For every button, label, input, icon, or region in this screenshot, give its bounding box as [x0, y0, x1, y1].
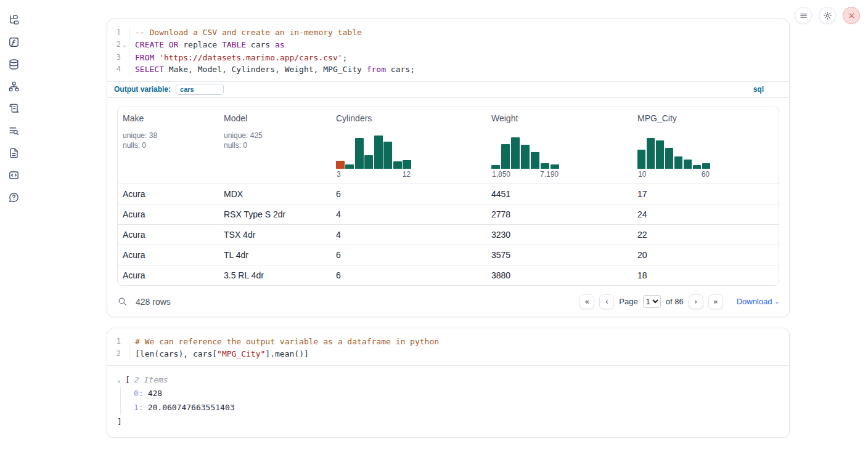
column-stat: unique: 425 — [224, 131, 331, 141]
table-row: AcuraTL 4dr6357520 — [118, 245, 779, 265]
column-name: Cylinders — [336, 113, 486, 123]
table-cell: 2778 — [486, 209, 633, 219]
dependency-graph-icon — [8, 81, 20, 92]
sidebar-item-scratchpad[interactable] — [7, 102, 20, 115]
code-token: ; — [343, 53, 348, 62]
table-cell: Acura — [118, 189, 219, 199]
table-cell: Acura — [118, 250, 219, 260]
histogram-bar — [336, 161, 345, 168]
download-button[interactable]: Download ⌄ — [737, 297, 779, 306]
last-page-button[interactable]: » — [708, 294, 723, 309]
code-token: ].mean()] — [265, 349, 308, 358]
column-stats: unique: 425nulls: 0 — [224, 131, 331, 151]
fold-spacer — [121, 336, 128, 348]
documentation-icon — [8, 147, 20, 159]
histogram-axis: 1060 — [637, 169, 710, 184]
code-line: 1# We can reference the output variable … — [107, 336, 789, 348]
settings-button[interactable] — [819, 7, 836, 24]
histogram-bar — [665, 148, 673, 169]
search-icon — [117, 296, 128, 307]
line-number: 2 — [107, 348, 121, 360]
output-variable-input[interactable] — [176, 84, 224, 95]
code-token: SELECT — [135, 65, 164, 74]
table-cell: 6 — [331, 270, 486, 280]
first-page-button[interactable]: « — [579, 294, 594, 309]
column-stat: nulls: 0 — [224, 140, 331, 151]
shutdown-button[interactable] — [843, 7, 860, 24]
code-token: [len(cars), cars[ — [135, 349, 217, 358]
histogram-bar — [647, 138, 655, 168]
fold-chevron-icon[interactable]: ⌄ — [121, 39, 128, 52]
item-index: 1: — [134, 403, 144, 412]
code-token: from — [367, 65, 386, 74]
settings-gear-icon — [823, 11, 832, 20]
close-bracket: ] — [117, 416, 778, 427]
table-cell: 22 — [633, 230, 779, 240]
code-token: 'https://datasets.marimo.app/cars.csv' — [159, 53, 342, 62]
list-tree-entries: 0:4281:20.060747663551403 — [120, 387, 778, 415]
code-text: CREATE OR replace TABLE cars as — [129, 39, 789, 52]
fold-spacer — [121, 52, 128, 64]
table-cell: RSX Type S 2dr — [219, 209, 331, 219]
python-code-editor[interactable]: 1# We can reference the output variable … — [107, 328, 789, 365]
line-number: 1 — [107, 336, 121, 348]
code-token: FROM — [135, 53, 154, 62]
menu-button[interactable] — [795, 7, 812, 24]
code-token: CREATE OR — [135, 40, 178, 49]
histogram-bar — [364, 155, 373, 168]
axis-max-label: 12 — [403, 170, 411, 179]
collapse-chevron-icon[interactable]: ⌄ — [117, 377, 125, 383]
code-token: cars — [246, 40, 275, 49]
histogram-bar — [403, 160, 411, 169]
topbar-controls — [795, 7, 860, 24]
histogram-bars — [637, 134, 710, 169]
sidebar-item-help[interactable] — [7, 191, 20, 203]
sidebar-item-functions[interactable] — [7, 36, 20, 48]
page-select[interactable]: 1 — [643, 295, 661, 308]
column-header: Weight1,8507,190 — [486, 113, 633, 184]
code-token: replace — [178, 40, 221, 49]
table-cell: Acura — [118, 230, 219, 240]
sidebar-item-dependency-graph[interactable] — [7, 80, 20, 92]
column-name: Model — [224, 113, 331, 123]
axis-min-label: 10 — [638, 170, 646, 179]
open-bracket: [ — [125, 375, 130, 384]
column-histogram: 312 — [336, 134, 486, 184]
sidebar-item-datasources[interactable] — [7, 58, 20, 70]
code-token — [154, 53, 159, 62]
pagination: « ‹ Page 1 of 86 › » Download ⌄ — [579, 294, 779, 309]
sidebar-item-snippets[interactable] — [7, 169, 20, 181]
code-text: SELECT Make, Model, Cylinders, Weight, M… — [129, 63, 789, 76]
next-page-button[interactable]: › — [689, 294, 703, 309]
table-cell: 4451 — [486, 189, 633, 199]
table-cell: TL 4dr — [219, 250, 331, 260]
functions-icon — [8, 36, 20, 48]
histogram-bar — [637, 150, 645, 169]
language-badge: sql — [753, 85, 764, 94]
code-line: 3FROM 'https://datasets.marimo.app/cars.… — [107, 52, 789, 64]
column-histogram: 1,8507,190 — [491, 134, 633, 184]
code-line: 2⌄CREATE OR replace TABLE cars as — [107, 39, 789, 52]
table-cell: 6 — [331, 250, 486, 260]
search-button[interactable] — [117, 296, 128, 307]
histogram-bars — [491, 134, 559, 169]
code-token: TABLE — [222, 40, 246, 49]
code-token: Make, Model, Cylinders, Weight, MPG_City — [164, 65, 367, 74]
code-line: 1-- Download a CSV and create an in-memo… — [107, 26, 789, 39]
code-token: -- Download a CSV and create an in-memor… — [135, 28, 362, 37]
histogram-bars — [336, 134, 411, 169]
line-number: 2 — [107, 39, 121, 52]
histogram-bar — [511, 137, 520, 168]
sql-code-editor[interactable]: 1-- Download a CSV and create an in-memo… — [107, 19, 789, 81]
sidebar-item-documentation[interactable] — [7, 147, 20, 159]
column-header: Cylinders312 — [331, 113, 486, 184]
axis-max-label: 60 — [702, 170, 710, 179]
datasources-icon — [8, 59, 20, 70]
prev-page-button[interactable]: ‹ — [599, 294, 614, 309]
sidebar-item-file-explorer[interactable] — [7, 14, 20, 26]
sidebar-item-logs[interactable] — [7, 124, 20, 137]
histogram-bar — [702, 163, 710, 169]
table-cell: MDX — [219, 189, 331, 199]
table-cell: 6 — [331, 189, 486, 199]
line-number: 1 — [107, 26, 121, 39]
